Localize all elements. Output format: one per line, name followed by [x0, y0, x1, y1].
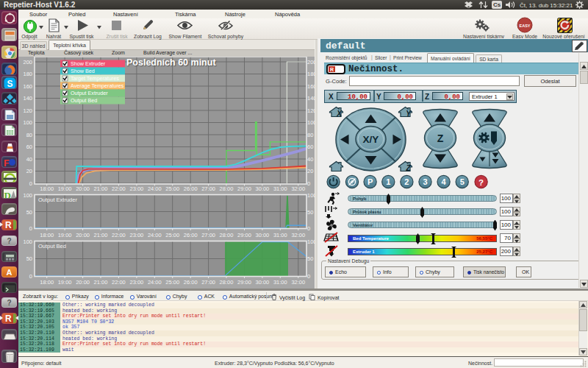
- svg-text:180: 180: [23, 71, 32, 77]
- svg-text:Output Extruder: Output Extruder: [71, 90, 108, 96]
- svg-text:32:00: 32:00: [291, 185, 305, 192]
- svg-text:Average Temperatures: Average Temperatures: [71, 82, 124, 89]
- svg-text:60: 60: [307, 144, 313, 150]
- svg-text:27:00: 27:00: [201, 232, 215, 238]
- svg-text:29:00: 29:00: [237, 232, 251, 238]
- svg-text:26:00: 26:00: [184, 232, 198, 238]
- svg-text:28:00: 28:00: [220, 232, 234, 238]
- svg-text:23:00: 23:00: [130, 232, 144, 238]
- svg-text:EASY: EASY: [520, 24, 531, 28]
- svg-text:X/Y: X/Y: [363, 134, 379, 145]
- svg-text:22:00: 22:00: [112, 279, 126, 286]
- svg-text:23:00: 23:00: [130, 185, 144, 192]
- svg-text:1: 1: [386, 177, 390, 186]
- svg-text:31:00: 31:00: [273, 185, 287, 192]
- svg-text:20: 20: [26, 168, 32, 174]
- svg-text:0: 0: [307, 273, 310, 280]
- svg-text:140: 140: [23, 95, 32, 102]
- svg-text:80: 80: [307, 132, 313, 138]
- svg-text:Output Extruder: Output Extruder: [38, 197, 77, 203]
- svg-text:0: 0: [29, 273, 32, 280]
- svg-text:28:00: 28:00: [220, 279, 234, 286]
- svg-text:50: 50: [26, 209, 32, 216]
- svg-text:18:00: 18:00: [40, 279, 54, 286]
- svg-text:0: 0: [29, 225, 32, 232]
- svg-text:100: 100: [23, 192, 32, 199]
- svg-text:20:00: 20:00: [76, 279, 90, 286]
- svg-text:19:00: 19:00: [58, 279, 72, 286]
- svg-text:21:00: 21:00: [94, 232, 108, 238]
- svg-text:0: 0: [307, 180, 310, 187]
- svg-text:Show Bed: Show Bed: [71, 68, 95, 74]
- svg-text:18:00: 18:00: [40, 185, 54, 192]
- svg-text:60: 60: [26, 144, 32, 150]
- svg-text:26:00: 26:00: [184, 185, 198, 192]
- svg-text:Z: Z: [437, 132, 444, 144]
- svg-text:100: 100: [23, 119, 32, 126]
- svg-text:R: R: [330, 67, 334, 72]
- svg-text:23:00: 23:00: [130, 279, 144, 286]
- svg-text:30:00: 30:00: [256, 185, 270, 192]
- svg-text:21:00: 21:00: [94, 185, 108, 192]
- svg-text:4: 4: [442, 177, 447, 186]
- svg-text:0: 0: [29, 180, 32, 187]
- svg-text:26:00: 26:00: [184, 279, 198, 286]
- svg-text:19:00: 19:00: [58, 232, 72, 238]
- svg-text:Target Temperatures: Target Temperatures: [71, 75, 119, 82]
- svg-text:18:00: 18:00: [40, 232, 54, 238]
- svg-text:5: 5: [460, 177, 465, 186]
- svg-text:25:00: 25:00: [165, 232, 179, 238]
- svg-text:28:00: 28:00: [220, 185, 234, 192]
- svg-text:32:00: 32:00: [291, 279, 305, 286]
- svg-text:50: 50: [307, 255, 313, 262]
- svg-text:40: 40: [26, 156, 32, 163]
- svg-text:31:00: 31:00: [273, 232, 287, 238]
- svg-text:21:00: 21:00: [94, 279, 108, 286]
- svg-text:120: 120: [23, 107, 32, 114]
- svg-text:27:00: 27:00: [201, 185, 215, 192]
- svg-text:25:00: 25:00: [165, 185, 179, 192]
- svg-text:D: D: [4, 190, 11, 199]
- svg-text:30:00: 30:00: [256, 279, 270, 286]
- svg-text:Z: Z: [405, 164, 411, 172]
- svg-text:2: 2: [404, 177, 409, 186]
- svg-text:29:00: 29:00: [237, 185, 251, 192]
- svg-text:22:00: 22:00: [112, 185, 126, 192]
- svg-text:80: 80: [26, 132, 32, 138]
- svg-text:S: S: [7, 79, 12, 89]
- svg-text:?: ?: [478, 178, 484, 187]
- svg-text:Output Bed: Output Bed: [71, 97, 97, 104]
- svg-text:50: 50: [26, 255, 32, 262]
- svg-text:22:00: 22:00: [112, 232, 126, 238]
- svg-text:3: 3: [423, 177, 427, 186]
- svg-text:20: 20: [307, 168, 313, 174]
- svg-text:24:00: 24:00: [148, 232, 162, 238]
- svg-text:24:00: 24:00: [148, 279, 162, 286]
- svg-text:30:00: 30:00: [256, 232, 270, 238]
- svg-text:31:00: 31:00: [273, 279, 287, 286]
- svg-text:X: X: [336, 110, 343, 118]
- svg-text:40: 40: [307, 156, 313, 163]
- svg-text:Show Extruder: Show Extruder: [71, 60, 106, 67]
- svg-text:29:00: 29:00: [237, 279, 251, 286]
- svg-text:160: 160: [23, 83, 32, 90]
- svg-text:100: 100: [23, 238, 32, 245]
- svg-text:19:00: 19:00: [58, 185, 72, 192]
- svg-text:Posledních 60 minut: Posledních 60 minut: [126, 57, 216, 68]
- svg-text:P: P: [368, 177, 373, 186]
- svg-text:20:00: 20:00: [76, 232, 90, 238]
- svg-text:200: 200: [23, 59, 32, 66]
- svg-text:32:00: 32:00: [291, 232, 305, 238]
- svg-text:27:00: 27:00: [201, 279, 215, 286]
- svg-text:20:00: 20:00: [76, 185, 90, 192]
- svg-text:24:00: 24:00: [148, 185, 162, 192]
- svg-text:50: 50: [307, 209, 313, 216]
- svg-text:Output Bed: Output Bed: [38, 243, 66, 250]
- svg-text:0: 0: [307, 225, 310, 232]
- svg-text:25:00: 25:00: [165, 279, 179, 286]
